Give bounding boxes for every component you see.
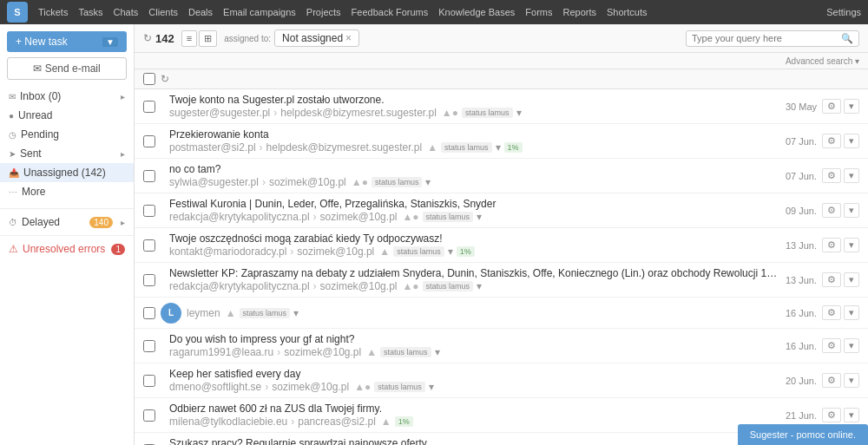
tag-badge: 1% bbox=[457, 246, 475, 257]
email-action-button[interactable]: ⚙ bbox=[822, 373, 841, 388]
email-row[interactable]: no co tam?sylwia@sugester.pl›sozimek@10g… bbox=[135, 159, 868, 193]
sidebar-item-more[interactable]: ⋯ More bbox=[0, 182, 134, 201]
email-row[interactable]: Keep her satisfied every daydmeno@softli… bbox=[135, 363, 868, 398]
email-checkbox[interactable] bbox=[143, 375, 155, 387]
nav-chats[interactable]: Chats bbox=[114, 7, 139, 17]
email-checkbox[interactable] bbox=[143, 340, 155, 352]
nav-email-campaigns[interactable]: Email campaigns bbox=[223, 7, 296, 17]
status-arrow[interactable]: ▾ bbox=[429, 381, 434, 393]
email-more-button[interactable]: ▾ bbox=[844, 203, 859, 218]
email-row[interactable]: Twoje oszczędności mogą zarabiać kiedy T… bbox=[135, 228, 868, 263]
email-subject: Przekierowanie konta bbox=[169, 128, 780, 141]
email-more-button[interactable]: ▾ bbox=[844, 305, 859, 320]
email-action-button[interactable]: ⚙ bbox=[822, 272, 841, 287]
email-meta: kontakt@mariodoradcy.pl›sozimek@10g.pl▲s… bbox=[169, 245, 780, 258]
status-arrow[interactable]: ▾ bbox=[496, 141, 501, 154]
list-refresh-button[interactable]: ↻ bbox=[161, 73, 169, 85]
sidebar: + New task ▼ ✉ Send e-mail ✉ Inbox (0) ▸… bbox=[0, 24, 135, 445]
status-arrow[interactable]: ▾ bbox=[293, 307, 299, 319]
email-action-button[interactable]: ⚙ bbox=[822, 134, 841, 148]
email-row[interactable]: Festiwal Kuronia | Dunin, Leder, Offe, P… bbox=[135, 193, 868, 228]
status-badge: status lamus bbox=[240, 308, 291, 318]
email-action-button[interactable]: ⚙ bbox=[822, 203, 841, 218]
nav-forms[interactable]: Forms bbox=[525, 7, 552, 17]
assigned-badge[interactable]: Not assigned × bbox=[274, 29, 359, 47]
sidebar-item-unassigned[interactable]: 📥 Unassigned (142) bbox=[0, 163, 134, 182]
email-more-button[interactable]: ▾ bbox=[844, 168, 859, 183]
nav-tickets[interactable]: Tickets bbox=[38, 7, 68, 17]
email-action-button[interactable]: ⚙ bbox=[822, 99, 841, 114]
status-arrow[interactable]: ▾ bbox=[477, 211, 482, 223]
email-more-button[interactable]: ▾ bbox=[844, 238, 859, 252]
nav-feedback-forums[interactable]: Feedback Forums bbox=[352, 7, 429, 17]
email-more-button[interactable]: ▾ bbox=[844, 272, 859, 287]
email-action-button[interactable]: ⚙ bbox=[822, 168, 841, 183]
status-arrow[interactable]: ▾ bbox=[425, 176, 431, 188]
email-checkbox[interactable] bbox=[143, 239, 155, 252]
view-grid-button[interactable]: ⊞ bbox=[199, 30, 217, 47]
view-list-button[interactable]: ≡ bbox=[181, 30, 197, 47]
email-checkbox[interactable] bbox=[143, 274, 155, 286]
email-meta: dmeno@softlight.se›sozimek@10g.pl▲●statu… bbox=[169, 381, 780, 393]
nav-shortcuts[interactable]: Shortcuts bbox=[607, 7, 647, 17]
email-row[interactable]: Newsletter KP: Zapraszamy na debaty z ud… bbox=[135, 263, 868, 298]
chat-button[interactable]: Sugester - pomoc online. bbox=[738, 424, 868, 445]
sidebar-item-pending[interactable]: ◷ Pending bbox=[0, 125, 134, 144]
sidebar-item-unread[interactable]: ● Unread bbox=[0, 106, 134, 125]
search-input[interactable] bbox=[692, 33, 838, 43]
new-task-arrow[interactable]: ▼ bbox=[102, 37, 118, 47]
email-more-button[interactable]: ▾ bbox=[844, 408, 859, 422]
nav-projects[interactable]: Projects bbox=[306, 7, 341, 17]
email-action-button[interactable]: ⚙ bbox=[822, 408, 841, 422]
advanced-search-link[interactable]: Advanced search ▾ bbox=[786, 56, 859, 66]
email-date: 07 Jun. bbox=[786, 136, 817, 147]
email-checkbox[interactable] bbox=[143, 101, 155, 113]
email-action-button[interactable]: ⚙ bbox=[822, 305, 841, 320]
refresh-icon[interactable]: ↻ bbox=[143, 32, 152, 44]
status-arrow[interactable]: ▾ bbox=[435, 346, 440, 358]
email-checkbox[interactable] bbox=[143, 170, 155, 182]
sidebar-item-inbox[interactable]: ✉ Inbox (0) ▸ bbox=[0, 87, 134, 106]
email-action-button[interactable]: ⚙ bbox=[822, 238, 841, 252]
nav-deals[interactable]: Deals bbox=[188, 7, 213, 17]
sidebar-item-sent[interactable]: ➤ Sent ▸ bbox=[0, 144, 134, 163]
nav-clients[interactable]: Clients bbox=[148, 7, 178, 17]
send-email-button[interactable]: ✉ Send e-mail bbox=[7, 57, 127, 80]
nav-knowledge-bases[interactable]: Knowledge Bases bbox=[438, 7, 515, 17]
delayed-icon: ⏱ bbox=[9, 218, 17, 227]
status-arrow[interactable]: ▾ bbox=[477, 280, 482, 292]
email-subject: Szukasz pracy? Regularnie sprawdzaj najn… bbox=[169, 437, 780, 445]
email-more-button[interactable]: ▾ bbox=[844, 99, 859, 114]
email-more-button[interactable]: ▾ bbox=[844, 134, 859, 148]
sent-arrow: ▸ bbox=[121, 149, 125, 159]
email-more-button[interactable]: ▾ bbox=[844, 338, 859, 353]
email-checkbox[interactable] bbox=[143, 307, 155, 319]
email-row[interactable]: Przekierowanie kontapostmaster@si2.pl›he… bbox=[135, 124, 868, 159]
email-row[interactable]: Do you wish to impress your gf at night?… bbox=[135, 329, 868, 363]
email-checkbox[interactable] bbox=[143, 135, 155, 147]
new-task-button[interactable]: + New task ▼ bbox=[7, 31, 127, 52]
settings-menu[interactable]: Settings bbox=[826, 7, 861, 17]
email-from: postmaster@si2.pl bbox=[169, 141, 256, 154]
search-box[interactable]: 🔍 bbox=[686, 30, 859, 47]
select-all-checkbox[interactable] bbox=[143, 73, 155, 85]
email-action-button[interactable]: ⚙ bbox=[822, 338, 841, 353]
sidebar-item-delayed[interactable]: ⏱ Delayed 140 ▸ bbox=[0, 213, 134, 232]
email-row[interactable]: Lleymen▲status lamus▾16 Jun.⚙▾ bbox=[135, 298, 868, 329]
email-to: sozimek@10g.pl bbox=[320, 211, 398, 223]
status-arrow[interactable]: ▾ bbox=[448, 245, 453, 258]
email-meta: sugester@sugester.pl›helpdesk@bizymesret… bbox=[169, 107, 780, 119]
email-row[interactable]: Twoje konto na Sugester.pl zostało utwor… bbox=[135, 89, 868, 124]
sidebar-item-label-pending: Pending bbox=[21, 128, 59, 141]
meta-sep: › bbox=[290, 245, 293, 258]
nav-reports[interactable]: Reports bbox=[562, 7, 596, 17]
nav-tasks[interactable]: Tasks bbox=[78, 7, 102, 17]
inbox-arrow: ▸ bbox=[121, 92, 125, 101]
status-arrow[interactable]: ▾ bbox=[516, 107, 522, 119]
email-checkbox[interactable] bbox=[143, 409, 155, 422]
remove-assigned-icon[interactable]: × bbox=[345, 32, 352, 44]
meta-sep: › bbox=[291, 416, 294, 428]
email-more-button[interactable]: ▾ bbox=[844, 373, 859, 388]
email-checkbox[interactable] bbox=[143, 205, 155, 217]
sidebar-item-unresolved[interactable]: ⚠ Unresolved errors 1 bbox=[0, 239, 134, 258]
